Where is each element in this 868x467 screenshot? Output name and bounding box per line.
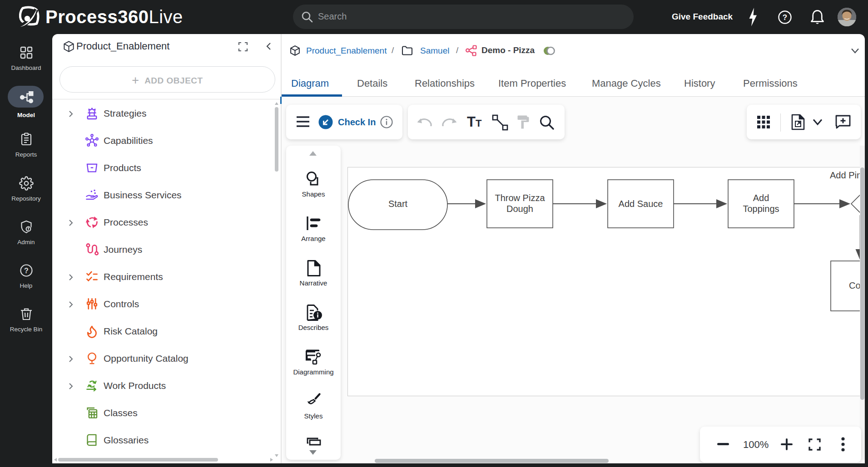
svg-text:Add Sauce: Add Sauce — [619, 199, 663, 209]
svg-text:Add: Add — [753, 193, 769, 203]
svg-text:Start: Start — [388, 199, 408, 209]
svg-text:Dough: Dough — [506, 204, 533, 214]
svg-text:?: ? — [24, 267, 29, 275]
svg-text:Toppings: Toppings — [743, 204, 779, 214]
svg-text:?: ? — [783, 13, 787, 22]
svg-text:Throw Pizza: Throw Pizza — [495, 193, 545, 203]
